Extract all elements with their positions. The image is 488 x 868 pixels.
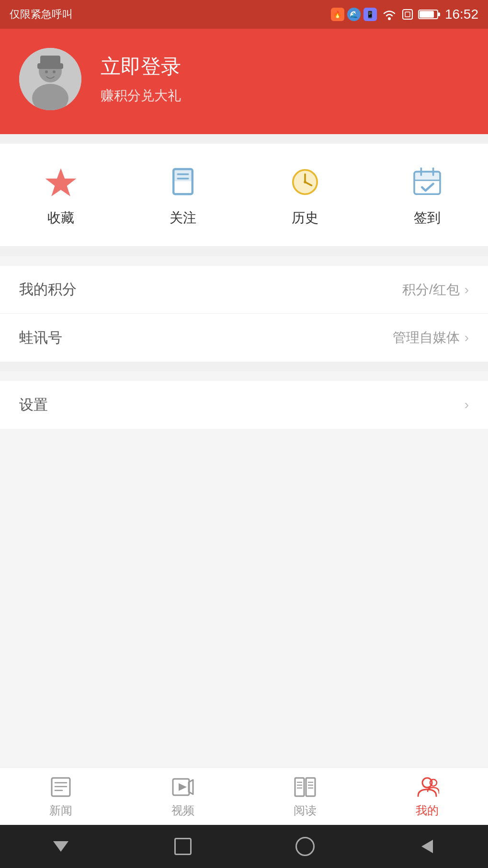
mine-icon — [415, 775, 439, 799]
nav-item-news[interactable]: 新闻 — [0, 768, 122, 825]
svg-rect-1 — [403, 10, 412, 19]
sim-icon — [401, 8, 414, 21]
menu-item-settings[interactable]: 设置 › — [0, 381, 488, 429]
points-value-label: 积分/红包 — [402, 281, 460, 299]
quick-item-following[interactable]: 关注 — [122, 163, 244, 227]
svg-marker-33 — [189, 780, 193, 794]
svg-point-22 — [304, 181, 306, 183]
waxin-label: 蛙讯号 — [19, 328, 62, 348]
waxin-value-label: 管理自媒体 — [393, 329, 460, 347]
waxin-right: 管理自媒体 › — [393, 329, 469, 347]
gap-3 — [0, 362, 488, 371]
status-right: 🔥 🌊 📱 16:52 — [331, 7, 478, 22]
nav-item-mine[interactable]: 我的 — [366, 768, 488, 825]
favorites-label: 收藏 — [47, 209, 74, 227]
status-icons: 16:52 — [382, 7, 478, 22]
svg-rect-35 — [295, 778, 304, 796]
quick-item-favorites[interactable]: 收藏 — [0, 163, 122, 227]
square-icon — [174, 838, 192, 855]
following-icon-container — [164, 163, 202, 201]
video-label: 视频 — [171, 803, 194, 818]
video-icon — [171, 775, 195, 799]
app-icons: 🔥 🌊 📱 — [331, 8, 377, 21]
nav-item-video[interactable]: 视频 — [122, 768, 244, 825]
app-icon-2: 🌊 — [347, 8, 361, 21]
gap-1 — [0, 134, 488, 144]
quick-item-checkin[interactable]: 签到 — [366, 163, 488, 227]
menu-item-waxin[interactable]: 蛙讯号 管理自媒体 › — [0, 314, 488, 362]
bottom-nav: 新闻 视频 阅读 我的 — [0, 767, 488, 825]
svg-rect-2 — [405, 12, 410, 17]
svg-rect-5 — [420, 11, 434, 18]
clock-icon — [288, 165, 322, 199]
following-label: 关注 — [170, 209, 196, 227]
settings-label: 设置 — [19, 395, 48, 415]
checkin-icon-container — [408, 163, 446, 201]
reading-icon — [293, 775, 317, 799]
points-label: 我的积分 — [19, 280, 77, 299]
svg-rect-4 — [438, 12, 440, 16]
gap-2 — [0, 247, 488, 256]
points-right: 积分/红包 › — [402, 281, 469, 299]
svg-marker-13 — [45, 168, 77, 196]
profile-header[interactable]: 立即登录 赚积分兑大礼 — [0, 29, 488, 134]
settings-section: 设置 › — [0, 381, 488, 429]
svg-marker-34 — [179, 783, 187, 791]
nav-down-button[interactable] — [49, 834, 73, 858]
menu-item-points[interactable]: 我的积分 积分/红包 › — [0, 266, 488, 314]
settings-chevron: › — [465, 397, 469, 412]
mine-label: 我的 — [416, 803, 439, 818]
quick-item-history[interactable]: 历史 — [244, 163, 366, 227]
settings-right: › — [465, 397, 469, 412]
time-display: 16:52 — [445, 7, 478, 22]
quick-actions: 收藏 关注 历史 — [0, 144, 488, 247]
svg-point-44 — [430, 779, 437, 786]
nav-back-button[interactable] — [415, 834, 439, 858]
profile-info: 立即登录 赚积分兑大礼 — [101, 53, 181, 105]
down-arrow-icon — [53, 841, 68, 852]
wifi-icon — [382, 8, 397, 21]
star-icon — [44, 165, 78, 199]
menu-section: 我的积分 积分/红包 › 蛙讯号 管理自媒体 › — [0, 266, 488, 362]
calendar-icon — [410, 165, 444, 199]
nav-item-reading[interactable]: 阅读 — [244, 768, 366, 825]
favorites-icon-container — [42, 163, 80, 201]
emergency-call-text: 仅限紧急呼叫 — [10, 7, 73, 22]
svg-rect-9 — [40, 56, 60, 65]
news-icon — [49, 775, 73, 799]
profile-subtitle: 赚积分兑大礼 — [101, 87, 181, 105]
svg-rect-24 — [414, 171, 440, 180]
svg-point-0 — [388, 17, 391, 20]
nav-square-button[interactable] — [171, 834, 195, 858]
history-label: 历史 — [292, 209, 318, 227]
status-bar: 仅限紧急呼叫 🔥 🌊 📱 — [0, 0, 488, 29]
waxin-chevron: › — [465, 330, 469, 345]
history-icon-container — [286, 163, 324, 201]
nav-home-button[interactable] — [293, 834, 317, 858]
avatar — [19, 48, 81, 110]
bookmark-icon — [166, 165, 200, 199]
points-chevron: › — [465, 282, 469, 297]
system-nav — [0, 825, 488, 868]
app-icon-3: 📱 — [363, 8, 377, 21]
checkin-label: 签到 — [414, 209, 441, 227]
svg-rect-36 — [306, 778, 315, 796]
battery-icon — [418, 8, 441, 21]
app-icon-1: 🔥 — [331, 8, 344, 21]
avatar-svg — [19, 48, 81, 110]
news-label: 新闻 — [49, 803, 72, 818]
reading-label: 阅读 — [294, 803, 317, 818]
svg-point-11 — [45, 70, 48, 73]
circle-icon — [295, 837, 315, 856]
svg-point-12 — [53, 70, 56, 73]
login-button-text[interactable]: 立即登录 — [101, 53, 181, 80]
back-arrow-icon — [421, 840, 433, 853]
